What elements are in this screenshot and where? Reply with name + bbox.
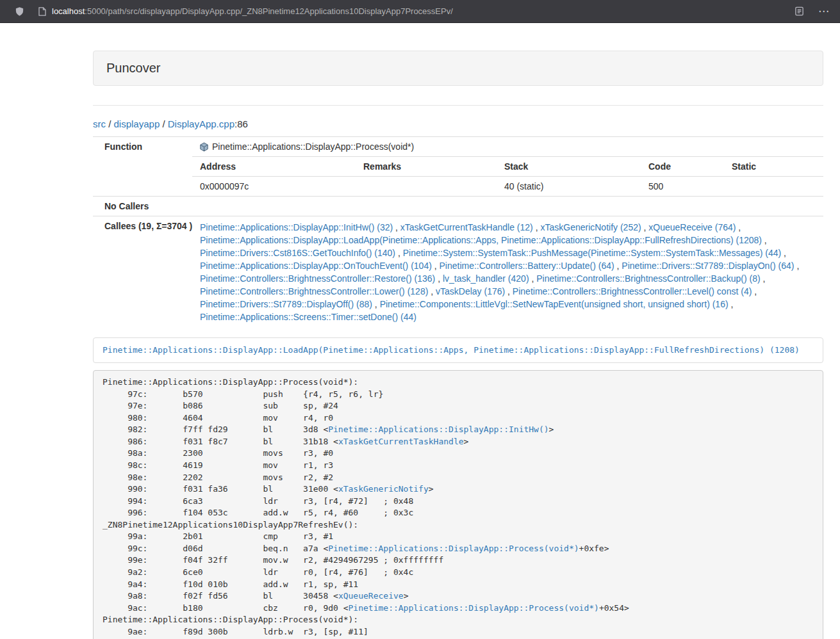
- stats-row-spacer: [93, 156, 192, 196]
- callee-link[interactable]: Pinetime::Controllers::BrightnessControl…: [536, 273, 760, 284]
- callee-link[interactable]: Pinetime::Applications::DisplayApp::Init…: [200, 222, 393, 232]
- breadcrumb-separator: /: [160, 118, 168, 129]
- url-path: :5000/path/src/displayapp/DisplayApp.cpp…: [85, 6, 453, 16]
- stats-value-cell: 0x0000097c: [192, 177, 356, 196]
- callees-list: Pinetime::Applications::DisplayApp::Init…: [192, 216, 823, 327]
- url-text: localhost:5000/path/src/displayapp/Displ…: [52, 6, 453, 16]
- callee-link[interactable]: Pinetime::Drivers::St7789::DisplayOn() (…: [622, 261, 794, 271]
- callee-separator: ,: [761, 273, 766, 284]
- callee-link[interactable]: Pinetime::Controllers::Battery::Update()…: [440, 261, 614, 271]
- callee-link[interactable]: Pinetime::Controllers::BrightnessControl…: [200, 273, 435, 284]
- stats-row-group: AddressRemarksStackCodeStatic 0x0000097c…: [93, 156, 823, 196]
- callee-separator: ,: [395, 248, 403, 258]
- asm-symbol-link[interactable]: Pinetime::Applications::DisplayApp::Init…: [328, 425, 548, 434]
- stats-value-cell: 40 (static): [497, 177, 641, 196]
- callee-separator: ,: [372, 299, 380, 309]
- stats-value-cell: 500: [641, 177, 724, 196]
- callee-separator: ,: [729, 299, 734, 309]
- stats-header-row: AddressRemarksStackCodeStatic: [192, 157, 823, 177]
- callee-separator: ,: [641, 222, 649, 232]
- function-row-label: Function: [93, 137, 192, 156]
- asm-symbol-link[interactable]: xTaskGetCurrentTaskHandle: [338, 437, 464, 446]
- stats-header-cell: Address: [192, 157, 356, 176]
- asm-symbol-link[interactable]: Pinetime::Applications::DisplayApp::Proc…: [328, 544, 579, 553]
- meatball-menu-icon[interactable]: ⋯: [818, 6, 830, 17]
- breadcrumb-link[interactable]: displayapp: [114, 118, 160, 129]
- callee-link[interactable]: Pinetime::Controllers::BrightnessControl…: [513, 286, 752, 296]
- callee-separator: ,: [435, 273, 443, 284]
- app-title: Puncover: [106, 61, 161, 75]
- asm-symbol-link[interactable]: xQueueReceive: [338, 591, 404, 601]
- page-content: Puncover src / displayapp / DisplayApp.c…: [93, 23, 823, 639]
- callee-separator: ,: [533, 222, 541, 232]
- url-host: localhost: [52, 6, 85, 16]
- url-bar[interactable]: localhost:5000/path/src/displayapp/Displ…: [38, 6, 795, 16]
- breadcrumb-link[interactable]: src: [93, 118, 106, 129]
- callee-link[interactable]: lv_task_handler (420): [443, 273, 529, 284]
- callee-separator: ,: [505, 286, 513, 296]
- callee-link[interactable]: Pinetime::Drivers::St7789::DisplayOff() …: [200, 299, 372, 309]
- divider: [93, 105, 823, 106]
- callee-link[interactable]: xQueueReceive (764): [648, 222, 736, 232]
- callee-link[interactable]: Pinetime::Applications::DisplayApp::OnTo…: [200, 261, 432, 271]
- breadcrumb: src / displayapp / DisplayApp.cpp:86: [93, 117, 823, 131]
- stats-value-cell: [724, 177, 823, 196]
- asm-symbol-link[interactable]: xTaskGenericNotify: [338, 484, 429, 494]
- callee-link[interactable]: Pinetime::System::SystemTask::PushMessag…: [403, 248, 782, 258]
- shield-icon[interactable]: [15, 6, 24, 17]
- callee-link[interactable]: Pinetime::Applications::DisplayApp::Load…: [200, 235, 762, 245]
- browser-toolbar: localhost:5000/path/src/displayapp/Displ…: [0, 0, 840, 23]
- disassembly-block: Pinetime::Applications::DisplayApp::Proc…: [93, 370, 823, 639]
- stats-header-cell: Stack: [497, 157, 641, 176]
- breadcrumb-line-number: :86: [235, 118, 248, 129]
- callee-separator: ,: [432, 261, 440, 271]
- selected-symbol-panel: Pinetime::Applications::DisplayApp::Load…: [93, 337, 823, 363]
- callee-separator: ,: [529, 273, 537, 284]
- callee-link[interactable]: vTaskDelay (176): [436, 286, 505, 296]
- breadcrumb-separator: /: [106, 118, 114, 129]
- page-icon: [38, 7, 46, 16]
- no-callers-row: No Callers: [93, 196, 823, 216]
- callee-separator: ,: [781, 248, 786, 258]
- callee-separator: ,: [762, 235, 767, 245]
- stats-table: AddressRemarksStackCodeStatic 0x0000097c…: [192, 156, 823, 196]
- stats-value-row: 0x0000097c40 (static)500: [192, 177, 823, 196]
- stats-header-cell: Code: [641, 157, 724, 176]
- callee-link[interactable]: Pinetime::Drivers::Cst816S::GetTouchInfo…: [200, 248, 395, 258]
- callee-link[interactable]: Pinetime::Controllers::BrightnessControl…: [200, 286, 428, 296]
- callee-link[interactable]: xTaskGenericNotify (252): [540, 222, 641, 232]
- callee-separator: ,: [428, 286, 436, 296]
- function-table: Function Pinetime::Applications::Display…: [93, 136, 823, 327]
- callee-link[interactable]: xTaskGetCurrentTaskHandle (12): [400, 222, 533, 232]
- callee-separator: ,: [795, 261, 800, 271]
- function-row: Function Pinetime::Applications::Display…: [93, 136, 823, 156]
- reader-view-icon[interactable]: [795, 6, 804, 16]
- callees-label: Callees (19, Σ=3704 ): [93, 216, 192, 327]
- callee-separator: ,: [614, 261, 622, 271]
- cube-icon: [200, 142, 208, 152]
- function-name: Pinetime::Applications::DisplayApp::Proc…: [212, 140, 414, 153]
- app-title-panel: Puncover: [93, 51, 823, 86]
- function-cell: Pinetime::Applications::DisplayApp::Proc…: [192, 137, 823, 156]
- callee-separator: ,: [393, 222, 400, 232]
- no-callers-cell: [192, 197, 823, 216]
- no-callers-label: No Callers: [93, 197, 192, 216]
- callee-link[interactable]: Pinetime::Applications::Screens::Timer::…: [200, 312, 416, 322]
- stats-value-cell: [356, 177, 497, 196]
- selected-symbol-link[interactable]: Pinetime::Applications::DisplayApp::Load…: [103, 345, 800, 355]
- callee-link[interactable]: Pinetime::Components::LittleVgl::SetNewT…: [380, 299, 729, 309]
- callee-separator: ,: [752, 286, 757, 296]
- toolbar-actions: ⋯: [795, 6, 830, 17]
- asm-symbol-link[interactable]: Pinetime::Applications::DisplayApp::Proc…: [349, 603, 599, 613]
- stats-header-cell: Static: [724, 157, 823, 176]
- breadcrumb-link[interactable]: DisplayApp.cpp: [168, 118, 235, 129]
- callee-separator: ,: [736, 222, 741, 232]
- stats-header-cell: Remarks: [356, 157, 497, 176]
- callees-row: Callees (19, Σ=3704 ) Pinetime::Applicat…: [93, 216, 823, 327]
